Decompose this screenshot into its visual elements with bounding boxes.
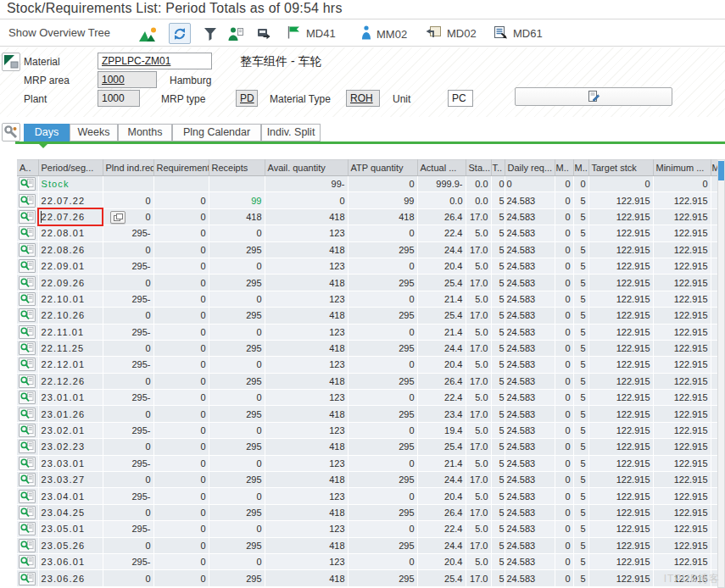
table-row[interactable]: 23.04.01295-00123020.45.0524.58305122.91…	[17, 488, 718, 504]
tab-weeks[interactable]: Weeks	[70, 124, 118, 141]
table-row[interactable]: 22.08.01295-00123022.45.0524.58305122.91…	[17, 225, 718, 241]
cell-req: 0	[153, 241, 209, 258]
period-detail-button[interactable]	[17, 537, 38, 553]
period-detail-button[interactable]	[17, 291, 38, 307]
cell-atp: 295	[348, 472, 417, 488]
show-overview-tree-button[interactable]: Show Overview Tree	[8, 26, 110, 39]
period-detail-button[interactable]	[17, 324, 38, 340]
cell-m2: 5	[573, 192, 588, 208]
period-detail-button[interactable]	[17, 504, 38, 520]
table-row[interactable]: 23.03.01295-00123021.45.0524.58305122.91…	[17, 455, 718, 471]
period-detail-button[interactable]	[17, 192, 38, 208]
tab-days[interactable]: Days	[24, 124, 70, 141]
table-row[interactable]: Stock99-0999.9-0.0000000	[17, 176, 718, 192]
cell-daily: 24.583	[505, 291, 555, 307]
table-row[interactable]: 23.05.260029541829524.417.0524.58305122.…	[17, 537, 718, 553]
cell-plnd: 0	[103, 275, 153, 291]
cell-req: 0	[153, 553, 209, 569]
table-row[interactable]: 22.10.260029541829525.417.0524.58305122.…	[17, 308, 718, 324]
table-row[interactable]: 22.09.01295-00123020.45.0524.58305122.91…	[17, 258, 718, 274]
cell-t: 5	[491, 455, 505, 471]
refresh-icon[interactable]	[169, 23, 191, 44]
table-row[interactable]: 22.10.01295-00123021.45.0524.58305122.91…	[17, 291, 718, 307]
period-detail-button[interactable]	[17, 439, 38, 455]
table-row[interactable]: 22.07.2200990990.00.0524.58305122.915122…	[17, 192, 718, 208]
period-detail-button[interactable]	[17, 422, 38, 438]
overview-tree-toggle-button[interactable]	[2, 53, 20, 71]
cell-plnd: 0	[103, 570, 153, 586]
table-row[interactable]: 23.02.230029541829525.417.0524.58305122.…	[17, 439, 718, 455]
table-row[interactable]: 23.02.01295-00123019.45.0524.58305122.91…	[17, 422, 718, 438]
period-detail-button[interactable]	[17, 357, 38, 373]
period-detail-button[interactable]	[17, 208, 38, 225]
table-row[interactable]: 23.06.01295-00123020.45.0524.58305122.91…	[17, 553, 718, 569]
table-row[interactable]: 23.01.260029541829523.417.0524.58305122.…	[17, 406, 718, 422]
period-detail-button[interactable]	[17, 225, 38, 241]
table-row[interactable]: 22.09.260029541829525.417.0524.58305122.…	[17, 275, 718, 291]
scrollbar-thumb[interactable]	[718, 161, 724, 180]
tab-indiv-split[interactable]: Indiv. Split	[261, 124, 321, 141]
period-detail-button[interactable]	[17, 308, 38, 324]
edit-notes-button[interactable]	[515, 87, 672, 106]
cell-avail: 123	[265, 422, 348, 438]
period-detail-button[interactable]	[17, 488, 38, 504]
cell-popup-button[interactable]	[110, 211, 125, 224]
cell-target: 122.915	[588, 324, 653, 340]
cell-receipts: 295	[209, 275, 265, 291]
tcode-button-md61[interactable]: MD61	[494, 25, 543, 42]
cell-actual: 24.4	[417, 472, 466, 488]
cell-period: 22.07.22	[38, 192, 103, 208]
table-row[interactable]: 22.11.250029541829524.417.0524.58305122.…	[17, 340, 718, 356]
tcode-button-mm02[interactable]: MM02	[361, 25, 407, 42]
period-detail-button[interactable]	[17, 275, 38, 291]
unit-field[interactable]: PC	[448, 90, 473, 107]
period-detail-button[interactable]	[17, 553, 38, 569]
settings-wrench-button[interactable]	[2, 123, 20, 141]
cell-target: 122.915	[588, 537, 653, 553]
table-row[interactable]: 22.11.01295-00123021.45.0524.58305122.91…	[17, 324, 718, 340]
table-row[interactable]: 22.12.01295-00123020.45.0524.58305122.91…	[17, 357, 718, 373]
material-field[interactable]: ZPPLPC-ZM01	[98, 53, 212, 69]
table-row[interactable]: 22.08.260029541829524.417.0524.58305122.…	[17, 241, 718, 258]
period-detail-button[interactable]	[17, 258, 38, 274]
cell-daily: 24.583	[505, 275, 555, 291]
table-row[interactable]: 23.04.250029541829526.417.0524.58305122.…	[17, 504, 718, 520]
table-row[interactable]: 22.12.260029541829526.417.0524.58305122.…	[17, 373, 718, 389]
cell-m2: 5	[573, 291, 588, 307]
period-detail-button[interactable]	[17, 570, 38, 586]
tab-underline	[15, 141, 725, 144]
period-detail-button[interactable]	[17, 241, 38, 258]
period-detail-button[interactable]	[17, 373, 38, 389]
print-output-icon[interactable]	[256, 27, 271, 45]
period-detail-button[interactable]	[17, 340, 38, 356]
cell-receipts: 295	[209, 340, 265, 356]
cell-t: 0	[491, 176, 505, 192]
cell-plnd: 0	[103, 537, 153, 553]
tcode-button-md41[interactable]: MD41	[287, 25, 336, 42]
period-detail-button[interactable]	[17, 521, 38, 537]
table-row[interactable]: 23.01.01295-00123022.45.0524.58305122.91…	[17, 390, 718, 406]
cell-m2: 5	[573, 308, 588, 324]
tcode-button-md02[interactable]: MD02	[426, 25, 477, 42]
table-row[interactable]: 23.06.260029541829525.417.0524.58305122.…	[17, 570, 718, 586]
period-detail-icon-glyph	[19, 539, 36, 552]
table-row[interactable]: 23.05.01295-00123022.45.0524.58305122.91…	[17, 521, 718, 537]
cell-atp: 0	[348, 291, 417, 307]
vertical-scrollbar[interactable]	[717, 159, 725, 588]
vendor-icon[interactable]	[227, 26, 244, 45]
cell-receipts: 295	[209, 570, 265, 586]
period-detail-button[interactable]	[17, 455, 38, 471]
period-detail-button[interactable]	[17, 176, 38, 192]
tab-plng-calendar[interactable]: Plng Calendar	[172, 124, 261, 141]
cell-daily: 24.583	[505, 439, 555, 455]
chart-icon[interactable]	[137, 26, 158, 46]
cell-daily: 0	[505, 176, 555, 192]
cell-atp: 0	[348, 422, 417, 438]
cell-atp: 0	[348, 225, 417, 241]
tab-months[interactable]: Months	[118, 124, 172, 141]
period-detail-button[interactable]	[17, 472, 38, 488]
period-detail-button[interactable]	[17, 406, 38, 422]
period-detail-button[interactable]	[17, 390, 38, 406]
table-row[interactable]: 23.03.270029541829524.417.0524.58305122.…	[17, 472, 718, 488]
filter-icon[interactable]	[204, 27, 217, 45]
